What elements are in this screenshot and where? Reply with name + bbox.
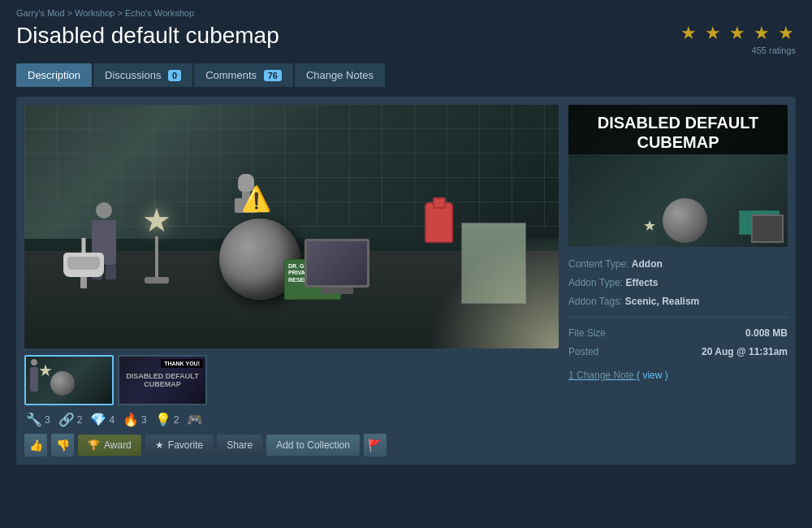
meta-addon-type: Addon Type: Effects	[568, 274, 788, 292]
meta-posted-row: Posted 20 Aug @ 11:31am	[568, 343, 788, 361]
tabs-row: Description Discussions 0 Comments 76 Ch…	[16, 63, 796, 87]
change-note-view[interactable]: ( view )	[637, 370, 668, 381]
page-wrapper: Garry's Mod > Workshop > Echo's Workshop…	[0, 0, 812, 473]
scene-bg: ★ ⚠️	[24, 105, 559, 348]
reaction-bulb[interactable]: 💡 2	[155, 412, 179, 427]
right-column: DISABLED DEFAULT CUBEMAP ★ Content	[568, 105, 788, 457]
reaction-gem[interactable]: 💎 4	[90, 412, 114, 427]
title-row: Disabled default cubemap ★ ★ ★ ★ ★ 455 r…	[16, 23, 796, 55]
star-2: ★	[705, 23, 723, 43]
thumbnail-1[interactable]: ★	[24, 355, 114, 405]
tab-changenotes[interactable]: Change Notes	[295, 63, 385, 87]
reaction-wrench[interactable]: 🔧 3	[26, 412, 50, 427]
reaction-controller[interactable]: 🎮	[187, 412, 203, 427]
rating-count: 455 ratings	[680, 45, 797, 55]
comments-badge: 76	[264, 70, 282, 81]
preview-image[interactable]: DISABLED DEFAULT CUBEMAP ★	[568, 105, 788, 247]
stars-display: ★ ★ ★ ★ ★	[680, 23, 797, 44]
light-area	[429, 235, 559, 348]
breadcrumb-workshop[interactable]: Workshop	[75, 8, 114, 18]
rating-block: ★ ★ ★ ★ ★ 455 ratings	[680, 23, 797, 55]
meta-file-size-row: File Size 0.008 MB	[568, 324, 788, 343]
controller-icon: 🎮	[187, 412, 203, 427]
content-area: ★ ⚠️	[16, 97, 796, 465]
action-buttons-row: 👍 👎 🏆 Award ★ Favorite Share Add to Coll…	[24, 434, 559, 457]
page-title: Disabled default cubemap	[16, 23, 279, 49]
fire-icon: 🔥	[123, 412, 139, 427]
chain-icon: 🔗	[58, 412, 75, 427]
meta-change-note-row: 1 Change Note ( view )	[568, 366, 788, 385]
star-lamp-prop: ★	[142, 204, 171, 283]
main-screenshot[interactable]: ★ ⚠️	[24, 105, 559, 348]
breadcrumb-echo-workshop[interactable]: Echo's Workshop	[125, 8, 194, 18]
star-icon: ★	[155, 439, 164, 451]
star-5: ★	[778, 23, 796, 43]
sink-prop	[63, 253, 104, 285]
reaction-fire[interactable]: 🔥 3	[123, 412, 147, 427]
preview-ball	[663, 198, 707, 243]
thumbs-down-button[interactable]: 👎	[51, 434, 74, 457]
share-button[interactable]: Share	[217, 435, 262, 456]
warning-sign-prop: ⚠️	[235, 178, 276, 219]
computer-prop	[300, 239, 374, 304]
reaction-link[interactable]: 🔗 2	[58, 412, 83, 427]
thank-you-badge: THANK YOU!	[161, 359, 203, 368]
tab-discussions[interactable]: Discussions 0	[93, 63, 192, 87]
reactions-row: 🔧 3 🔗 2 💎 4 🔥 3 💡 2	[24, 412, 559, 427]
bulb-icon: 💡	[155, 412, 171, 427]
flag-button[interactable]: 🚩	[364, 434, 387, 457]
thumbnail-2[interactable]: DISABLED DEFAULTCUBEMAP THANK YOU!	[118, 355, 207, 405]
tab-description[interactable]: Description	[16, 63, 92, 87]
meta-divider	[568, 317, 788, 318]
tab-comments[interactable]: Comments 76	[194, 63, 293, 87]
left-column: ★ ⚠️	[24, 105, 559, 457]
star-1: ★	[680, 23, 698, 43]
preview-monitor	[751, 214, 784, 243]
meta-addon-tags: Addon Tags: Scenic, Realism	[568, 292, 788, 311]
favorite-button[interactable]: ★ Favorite	[145, 435, 213, 456]
preview-star-icon: ★	[643, 217, 656, 235]
breadcrumb: Garry's Mod > Workshop > Echo's Workshop	[16, 8, 796, 18]
award-button[interactable]: 🏆 Award	[78, 435, 141, 456]
meta-content-type: Content Type: Addon	[568, 255, 788, 274]
star-4: ★	[754, 23, 771, 43]
preview-title: DISABLED DEFAULT CUBEMAP	[568, 105, 788, 160]
wrench-icon: 🔧	[26, 412, 42, 427]
star-3: ★	[729, 23, 747, 43]
meta-info: Content Type: Addon Addon Type: Effects …	[568, 255, 788, 385]
change-note-link[interactable]: 1 Change Note	[568, 370, 637, 381]
thumbs-up-button[interactable]: 👍	[24, 434, 47, 457]
thumbnails-row: ★ DISABLED DEFAULTCUBEMAP THANK YOU!	[24, 355, 559, 405]
breadcrumb-garrymod[interactable]: Garry's Mod	[16, 8, 65, 18]
trophy-icon: 🏆	[88, 439, 100, 451]
add-to-collection-button[interactable]: Add to Collection	[266, 435, 360, 456]
gem-icon: 💎	[90, 412, 106, 427]
discussions-badge: 0	[168, 70, 181, 81]
